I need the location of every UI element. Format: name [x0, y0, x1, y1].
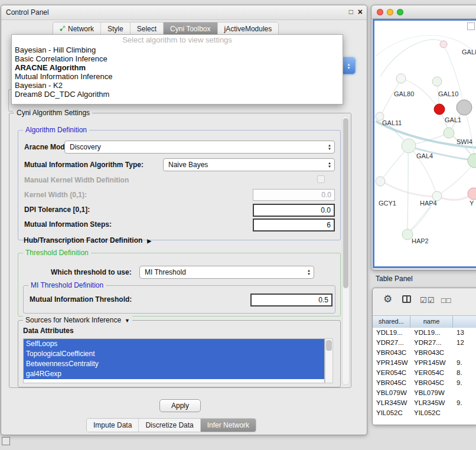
algorithm-option[interactable]: ARACNE Algorithm: [12, 63, 343, 72]
network-node[interactable]: [468, 154, 476, 168]
tab-label: Select: [137, 25, 157, 33]
aracne-mode-combobox[interactable]: Discovery ▲▼: [64, 141, 335, 154]
network-node-label: HAP4: [420, 200, 437, 207]
tab-jactivemodules[interactable]: jActiveModules: [217, 22, 279, 35]
table-cell: 9.: [453, 358, 476, 368]
close-traffic-light[interactable]: [377, 9, 383, 15]
algorithm-definition-group: Algorithm Definition Aracne Mode: Discov…: [18, 130, 341, 240]
dpi-tolerance-input[interactable]: [253, 204, 335, 217]
mi-threshold-title: MI Threshold Definition: [28, 281, 106, 289]
network-edge[interactable]: [376, 35, 475, 56]
gear-icon[interactable]: ⚙: [383, 294, 392, 305]
kernel-width-label: Kernel Width (0,1):: [24, 191, 87, 199]
attribute-item[interactable]: BetweennessCentrality: [24, 359, 324, 369]
network-edge[interactable]: [381, 148, 407, 181]
tab-impute-data[interactable]: Impute Data: [87, 419, 138, 432]
column-header-name[interactable]: name: [410, 316, 453, 328]
select-all-icon[interactable]: ☑☑: [420, 295, 435, 306]
tab-select[interactable]: Select: [130, 22, 163, 35]
network-node[interactable]: [444, 128, 454, 138]
attribute-item[interactable]: SelfLoops: [24, 339, 324, 349]
network-edge[interactable]: [407, 147, 408, 233]
table-cell: YLR345W: [373, 398, 410, 408]
deselect-all-icon[interactable]: □□: [441, 295, 452, 306]
algorithm-option[interactable]: Bayesian - K2: [12, 81, 343, 90]
algorithm-option[interactable]: Basic Correlation Inference: [12, 54, 343, 63]
network-edge[interactable]: [382, 181, 435, 197]
canvas-tool-box[interactable]: [467, 22, 475, 30]
network-edge[interactable]: [438, 194, 472, 200]
column-header-col2[interactable]: [453, 316, 476, 328]
attribute-item[interactable]: gal4RGexp: [24, 369, 324, 379]
popup-items: Bayesian - Hill ClimbingBasic Correlatio…: [12, 45, 343, 99]
table-cell: YPR145W: [373, 358, 410, 368]
desktop-icon[interactable]: [2, 437, 10, 445]
table-row[interactable]: YBR043CYBR043C: [373, 348, 476, 358]
network-window-titlebar[interactable]: [371, 5, 476, 19]
dpi-tolerance-label: DPI Tolerance [0,1]:: [24, 206, 90, 214]
tab-label: Infer Network: [207, 421, 249, 429]
table-row[interactable]: YBR045CYBR045C9.: [373, 378, 476, 388]
table-header: shared...name: [373, 315, 476, 328]
network-node[interactable]: [457, 100, 472, 115]
threshold-definition-title: Threshold Definition: [23, 249, 91, 257]
table-cell: 12: [453, 338, 476, 348]
tab-label: Discretize Data: [145, 421, 193, 429]
mi-steps-input[interactable]: [253, 219, 335, 231]
sources-title[interactable]: Sources for Network Inference▼: [23, 316, 132, 324]
attribute-item[interactable]: TopologicalCoefficient: [24, 349, 324, 359]
scrollbar-thumb[interactable]: [343, 118, 348, 288]
algorithm-dropdown-popup: Select algorithm to view settings Bayesi…: [11, 34, 343, 105]
control-panel-titlebar[interactable]: Control Panel □ ×: [1, 5, 367, 20]
table-row[interactable]: YLR345WYLR345W9.: [373, 398, 476, 408]
mi-type-combobox[interactable]: Naive Bayes ▲▼: [163, 158, 335, 171]
table-row[interactable]: YDR27...YDR27...12: [373, 338, 476, 348]
zoom-traffic-light[interactable]: [397, 9, 403, 15]
scrollbar-thumb[interactable]: [326, 340, 332, 351]
minimize-traffic-light[interactable]: [387, 9, 393, 15]
network-canvas[interactable]: GAL8GAL80GAL10GAL11GAL1SWI4GAL4GCY1HAP4Y…: [373, 19, 476, 268]
tab-network[interactable]: Network: [53, 22, 100, 35]
network-edge[interactable]: [464, 109, 474, 156]
network-node[interactable]: [434, 104, 445, 115]
table-row[interactable]: YBL079WYBL079W: [373, 388, 476, 398]
apply-button[interactable]: Apply: [159, 399, 201, 412]
hub-definition-toggle[interactable]: Hub/Transcription Factor Definition▶: [24, 236, 151, 244]
column-selector-icon[interactable]: [402, 295, 411, 303]
table-row[interactable]: YIL052CYIL052C: [373, 408, 476, 418]
network-node[interactable]: [440, 41, 447, 48]
combobox-value: Discovery: [65, 143, 325, 151]
network-node[interactable]: [396, 74, 406, 83]
mi-threshold-input[interactable]: [250, 294, 332, 306]
network-node[interactable]: [432, 77, 442, 86]
network-edge[interactable]: [380, 40, 444, 77]
tab-discretize-data[interactable]: Discretize Data: [138, 419, 200, 432]
table-cell: YER054C: [410, 368, 453, 378]
table-row[interactable]: YDL19...YDL19...13: [373, 328, 476, 338]
network-node[interactable]: [376, 177, 385, 186]
float-window-icon[interactable]: □: [349, 8, 353, 16]
table-row[interactable]: YPR145WYPR145W9.: [373, 358, 476, 368]
algorithm-option[interactable]: Bayesian - Hill Climbing: [12, 45, 343, 54]
which-threshold-combobox[interactable]: MI Threshold ▲▼: [139, 266, 314, 279]
close-window-icon[interactable]: ×: [358, 7, 363, 17]
attribute-list-scrollbar[interactable]: [325, 338, 333, 383]
table-cell: [453, 348, 476, 358]
tab-style[interactable]: Style: [100, 22, 130, 35]
algorithm-option[interactable]: Mutual Information Inference: [12, 72, 343, 81]
kernel-width-input: [253, 189, 335, 201]
traffic-lights: [377, 9, 403, 15]
table-cell: 9.: [453, 378, 476, 388]
tab-infer-network[interactable]: Infer Network: [200, 419, 256, 432]
network-node[interactable]: [402, 139, 416, 153]
table-cell: YDR27...: [410, 338, 453, 348]
table-row[interactable]: YER054CYER054C8.: [373, 368, 476, 378]
table-cell: YIL052C: [373, 408, 410, 418]
algorithm-option[interactable]: Dream8 DC_TDC Algorithm: [12, 90, 343, 99]
network-view-window: GAL8GAL80GAL10GAL11GAL1SWI4GAL4GCY1HAP4Y…: [371, 5, 476, 270]
tab-cyni-toolbox[interactable]: Cyni Toolbox: [163, 22, 217, 35]
table-cell: 8.: [453, 368, 476, 378]
column-header-shared[interactable]: shared...: [373, 316, 410, 328]
network-node[interactable]: [468, 188, 476, 200]
settings-scrollbar[interactable]: [342, 116, 350, 385]
